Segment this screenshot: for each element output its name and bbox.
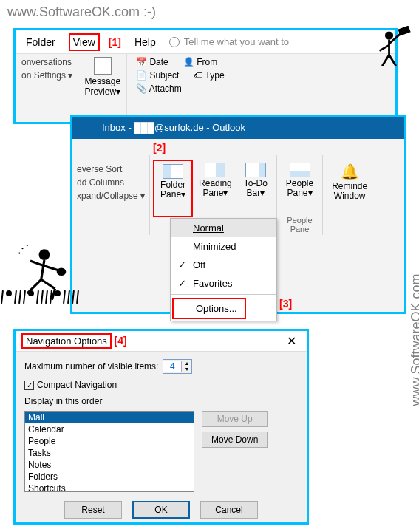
- folder-pane-icon: [163, 164, 183, 179]
- watermark-right: www.SoftwareOK.com: [409, 274, 420, 406]
- hammer-figure-icon: [374, 26, 415, 75]
- svg-point-15: [21, 248, 23, 249]
- bell-icon: 🔔: [341, 163, 359, 180]
- annotation-4: [4]: [114, 335, 126, 347]
- dialog-titlebar: Navigation Options [4] ✕: [16, 331, 307, 352]
- annotation-3: [3]: [279, 298, 292, 310]
- annotation-2: [2]: [153, 142, 166, 154]
- folder-pane-dropdown: Normal Minimized Off Favorites Options..…: [170, 218, 277, 321]
- list-item[interactable]: Notes: [25, 459, 194, 471]
- arrange-attachments[interactable]: 📎 Attachm: [136, 83, 182, 94]
- conversations-group: onversations on Settings ▾: [16, 54, 78, 122]
- list-item[interactable]: Calendar: [25, 423, 194, 435]
- grass-decoration: [0, 290, 89, 314]
- list-item[interactable]: Mail: [25, 412, 194, 423]
- tell-me-label: Tell me what you want to: [184, 36, 289, 47]
- lightbulb-icon: [169, 37, 180, 47]
- close-button[interactable]: ✕: [282, 334, 301, 348]
- svg-point-14: [57, 268, 67, 276]
- svg-line-10: [41, 279, 55, 289]
- spinner-down[interactable]: ▼: [181, 366, 191, 372]
- max-items-input[interactable]: [163, 361, 181, 372]
- navigation-options-dialog: Navigation Options [4] ✕ Maximum number …: [13, 329, 309, 525]
- svg-line-2: [382, 55, 389, 66]
- svg-rect-5: [398, 26, 410, 35]
- people-pane-label: People Pane▾: [286, 179, 313, 198]
- dialog-title: Navigation Options: [21, 333, 112, 349]
- outlook-ribbon-view: Folder View [1] Help Tell me what you wa…: [13, 28, 398, 124]
- dialog-body: Maximum number of visible items: ▲▼ ✓ Co…: [16, 352, 307, 526]
- menu-help[interactable]: Help: [130, 33, 160, 51]
- reading-pane-label: Reading Pane▾: [199, 179, 232, 198]
- todo-bar-icon: [245, 163, 266, 177]
- compact-navigation-checkbox[interactable]: ✓ Compact Navigation: [24, 380, 117, 390]
- reading-pane-icon: [205, 163, 225, 177]
- svg-point-16: [27, 245, 28, 246]
- people-pane-group: People Pane▾ People Pane: [277, 155, 323, 235]
- svg-point-7: [39, 249, 50, 260]
- list-item[interactable]: Tasks: [25, 447, 194, 459]
- message-preview-button[interactable]: Message Preview▾: [78, 54, 126, 122]
- dropdown-separator: [171, 294, 276, 295]
- folder-pane-label: Folder Pane▾: [160, 180, 185, 200]
- menu-view[interactable]: View: [69, 33, 100, 51]
- cancel-button[interactable]: Cancel: [200, 501, 258, 519]
- svg-point-0: [385, 31, 393, 39]
- menubar: Folder View [1] Help Tell me what you wa…: [16, 30, 395, 54]
- max-items-label: Maximum number of visible items:: [24, 361, 158, 372]
- annotation-1: [1]: [109, 36, 121, 48]
- people-pane-group-label: People Pane: [277, 216, 322, 233]
- folder-pane-button[interactable]: Folder Pane▾: [153, 160, 193, 217]
- compact-navigation-label: Compact Navigation: [37, 380, 117, 390]
- svg-line-3: [389, 55, 396, 66]
- conversations-label: onversations: [21, 57, 72, 67]
- dropdown-options[interactable]: Options...: [172, 298, 246, 319]
- svg-line-13: [30, 261, 44, 265]
- window-title: Inbox - ███@surfok.de - Outlook: [72, 117, 404, 139]
- expand-collapse[interactable]: xpand/Collapse ▾: [77, 191, 145, 201]
- dropdown-minimized[interactable]: Minimized: [171, 237, 276, 256]
- arrange-subject[interactable]: 📄 Subject: [136, 70, 179, 81]
- reading-pane-button[interactable]: Reading Pane▾: [193, 160, 238, 217]
- arrangement-group: 📅 Date 👤 From 📄 Subject 🏷 Type 📎 Attachm: [126, 54, 231, 122]
- dropdown-favorites[interactable]: Favorites: [171, 274, 276, 293]
- message-preview-label: Message Preview▾: [84, 76, 120, 97]
- conversation-settings[interactable]: on Settings ▾: [21, 70, 72, 81]
- add-columns[interactable]: dd Columns: [77, 177, 145, 188]
- dropdown-off[interactable]: Off: [171, 256, 276, 274]
- arrange-type[interactable]: 🏷 Type: [194, 70, 224, 81]
- move-up-button[interactable]: Move Up: [202, 411, 268, 427]
- reminders-label: Reminde Window: [332, 182, 367, 201]
- list-item[interactable]: People: [25, 435, 194, 447]
- people-pane-icon: [290, 163, 310, 177]
- list-item[interactable]: Folders: [25, 471, 194, 482]
- tell-me-search[interactable]: Tell me what you want to: [169, 36, 289, 47]
- menu-folder[interactable]: Folder: [21, 33, 60, 51]
- checkbox-icon: ✓: [24, 381, 34, 390]
- svg-line-6: [379, 45, 389, 50]
- svg-line-8: [41, 260, 44, 279]
- list-item[interactable]: Shortcuts: [25, 482, 194, 492]
- svg-line-12: [44, 265, 58, 270]
- display-order-label: Display in this order: [24, 396, 298, 406]
- dropdown-normal[interactable]: Normal: [171, 219, 276, 237]
- reverse-sort[interactable]: everse Sort: [77, 164, 145, 174]
- move-down-button[interactable]: Move Down: [202, 432, 268, 448]
- watermark-top: www.SoftwareOK.com :-): [7, 4, 156, 20]
- people-pane-button[interactable]: People Pane▾: [280, 160, 319, 217]
- window-group: 🔔 Reminde Window: [323, 155, 376, 235]
- arrange-date[interactable]: 📅 Date: [136, 57, 168, 67]
- reset-button[interactable]: Reset: [64, 501, 122, 519]
- spinner-up[interactable]: ▲: [181, 361, 191, 366]
- max-items-spinner[interactable]: ▲▼: [163, 359, 192, 374]
- message-preview-icon: [94, 57, 112, 75]
- ok-button[interactable]: OK: [132, 501, 190, 519]
- todo-bar-button[interactable]: To-Do Bar▾: [238, 160, 273, 217]
- ribbon-row: onversations on Settings ▾ Message Previ…: [16, 54, 395, 122]
- todo-bar-label: To-Do Bar▾: [244, 179, 268, 198]
- reminders-window-button[interactable]: 🔔 Reminde Window: [326, 160, 373, 217]
- sort-group: everse Sort dd Columns xpand/Collapse ▾: [72, 160, 149, 235]
- svg-point-17: [18, 253, 20, 254]
- order-listbox[interactable]: Mail Calendar People Tasks Notes Folders…: [24, 411, 194, 492]
- arrange-from[interactable]: 👤 From: [183, 57, 217, 67]
